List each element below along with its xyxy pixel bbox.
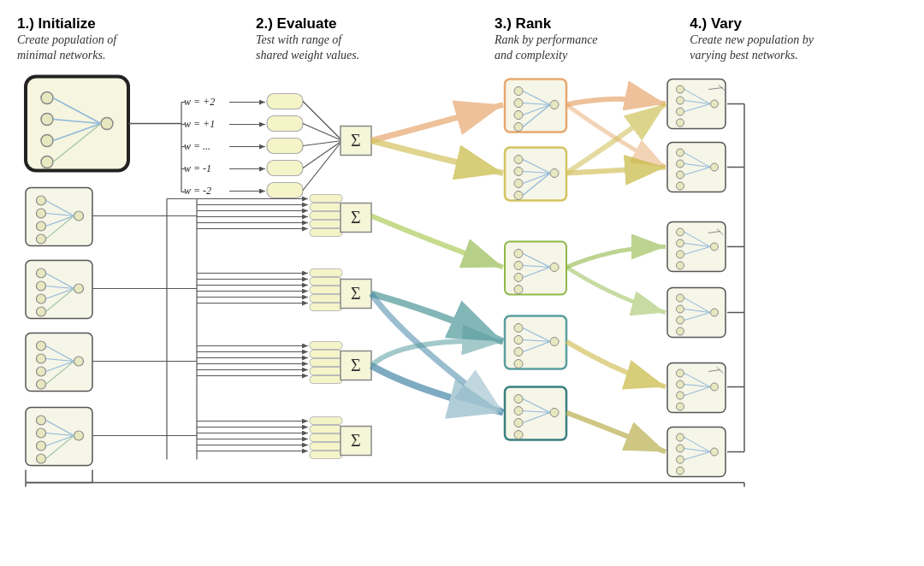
svg-point-155 <box>514 99 523 108</box>
svg-point-40 <box>37 354 46 363</box>
svg-point-235 <box>677 327 684 335</box>
svg-line-84 <box>303 124 342 141</box>
diagram-svg: w = +2 w = +1 w = ... w = -1 w = -2 <box>17 70 907 549</box>
svg-rect-66 <box>267 116 303 132</box>
svg-point-154 <box>514 87 523 96</box>
svg-point-49 <box>37 416 46 425</box>
svg-point-9 <box>41 92 53 104</box>
svg-point-168 <box>550 169 559 178</box>
svg-text:Σ: Σ <box>351 431 361 450</box>
svg-rect-128 <box>310 368 342 375</box>
svg-line-87 <box>303 141 342 191</box>
svg-point-245 <box>711 383 719 391</box>
step3-desc: Rank by performance and complexity <box>495 32 690 63</box>
svg-rect-115 <box>310 304 342 311</box>
svg-point-256 <box>711 448 719 456</box>
step4-desc: Create new population by varying best ne… <box>690 32 907 63</box>
svg-point-167 <box>514 192 523 200</box>
svg-point-22 <box>37 234 46 244</box>
svg-rect-111 <box>310 269 342 277</box>
svg-rect-142 <box>310 443 342 451</box>
svg-text:w = -1: w = -1 <box>184 162 211 174</box>
step1-desc: Create population of minimal networks. <box>17 32 256 63</box>
svg-rect-129 <box>310 376 342 384</box>
svg-point-185 <box>514 348 523 357</box>
svg-point-29 <box>37 268 46 278</box>
svg-point-23 <box>74 211 84 221</box>
svg-point-177 <box>514 286 523 294</box>
svg-point-158 <box>550 101 559 109</box>
svg-point-174 <box>514 250 523 258</box>
svg-point-50 <box>37 428 46 438</box>
svg-point-213 <box>677 160 684 168</box>
svg-point-224 <box>677 262 684 269</box>
svg-rect-113 <box>310 286 342 294</box>
svg-point-215 <box>677 182 684 190</box>
svg-point-212 <box>677 149 684 156</box>
svg-rect-112 <box>310 278 342 286</box>
svg-point-194 <box>514 419 523 427</box>
step4-title: 4.) Vary <box>690 15 907 32</box>
svg-point-32 <box>37 307 46 316</box>
svg-rect-141 <box>310 434 342 442</box>
svg-rect-143 <box>310 451 342 459</box>
svg-point-193 <box>514 407 523 416</box>
svg-text:Σ: Σ <box>351 284 361 303</box>
header-rank: 3.) Rank Rank by performance and complex… <box>495 15 690 63</box>
svg-rect-125 <box>310 342 342 350</box>
header-evaluate: 2.) Evaluate Test with range of shared w… <box>256 15 495 63</box>
svg-point-41 <box>37 367 46 376</box>
svg-point-236 <box>711 309 719 316</box>
svg-text:Σ: Σ <box>351 356 361 374</box>
svg-point-204 <box>677 119 684 127</box>
svg-point-31 <box>37 294 46 304</box>
svg-point-203 <box>677 108 684 115</box>
svg-text:w = -2: w = -2 <box>184 185 211 197</box>
svg-rect-97 <box>310 195 342 203</box>
step1-title: 1.) Initialize <box>17 15 256 32</box>
svg-rect-98 <box>310 203 342 211</box>
diagram-area: w = +2 w = +1 w = ... w = -1 w = -2 <box>17 70 907 549</box>
svg-point-252 <box>677 433 684 441</box>
svg-point-43 <box>74 357 84 366</box>
svg-point-187 <box>550 338 559 346</box>
step2-desc: Test with range of shared weight values. <box>256 32 495 63</box>
svg-rect-69 <box>267 139 303 154</box>
svg-point-166 <box>514 180 523 188</box>
svg-rect-72 <box>267 161 303 176</box>
step3-title: 3.) Rank <box>495 15 690 32</box>
svg-point-53 <box>74 431 84 440</box>
svg-point-195 <box>514 431 523 439</box>
svg-point-254 <box>677 456 684 463</box>
svg-rect-127 <box>310 359 342 367</box>
svg-rect-114 <box>310 295 342 303</box>
svg-point-175 <box>514 262 523 270</box>
svg-rect-99 <box>310 212 342 220</box>
svg-point-164 <box>514 156 523 164</box>
svg-point-241 <box>677 369 684 377</box>
svg-point-223 <box>677 251 684 258</box>
svg-text:Σ: Σ <box>351 131 361 150</box>
svg-rect-140 <box>310 426 342 433</box>
svg-point-176 <box>514 274 523 282</box>
svg-text:w = ...: w = ... <box>184 140 210 152</box>
svg-point-183 <box>514 324 523 333</box>
svg-rect-100 <box>310 221 342 228</box>
svg-point-196 <box>550 409 559 417</box>
svg-point-242 <box>677 380 684 388</box>
svg-point-30 <box>37 281 46 291</box>
svg-point-39 <box>37 341 46 351</box>
svg-point-255 <box>677 467 684 475</box>
svg-point-225 <box>711 243 719 251</box>
svg-point-11 <box>41 135 53 147</box>
svg-point-52 <box>37 454 46 463</box>
svg-point-253 <box>677 445 684 452</box>
svg-point-42 <box>37 380 46 389</box>
svg-rect-139 <box>310 417 342 425</box>
headers-row: 1.) Initialize Create population of mini… <box>17 15 907 63</box>
svg-point-157 <box>514 123 523 132</box>
svg-point-10 <box>41 114 53 126</box>
svg-point-205 <box>711 100 719 108</box>
svg-point-243 <box>677 392 684 399</box>
svg-point-232 <box>677 294 684 302</box>
